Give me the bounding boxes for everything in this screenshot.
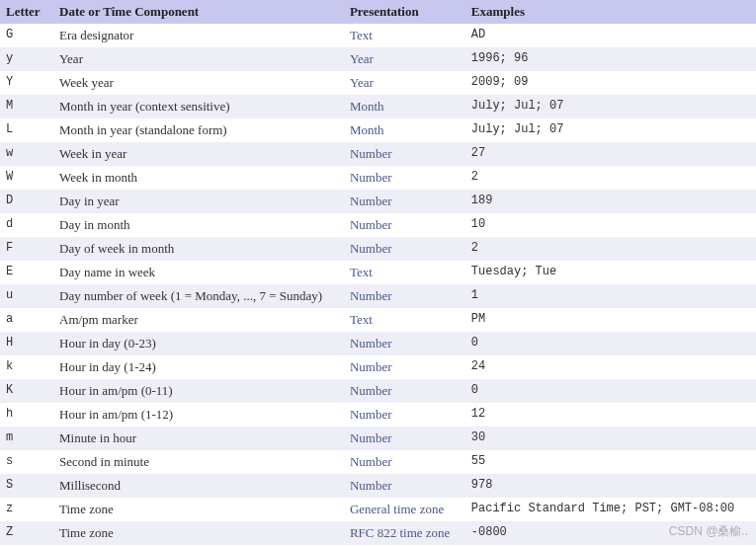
cell-letter: a: [0, 308, 53, 332]
cell-letter: E: [0, 261, 53, 284]
cell-presentation[interactable]: Number: [344, 427, 465, 450]
cell-examples: Pacific Standard Time; PST; GMT-08:00: [465, 498, 756, 521]
presentation-link[interactable]: Month: [350, 99, 384, 114]
table-row: MMonth in year (context sensitive)MonthJ…: [0, 95, 756, 118]
table-row: wWeek in yearNumber27: [0, 142, 756, 166]
cell-examples: 2: [465, 166, 756, 190]
cell-examples: 0: [465, 379, 756, 403]
cell-presentation[interactable]: Number: [344, 237, 465, 261]
cell-component: Time zone: [53, 498, 344, 521]
cell-presentation[interactable]: Year: [344, 71, 465, 95]
cell-letter: K: [0, 379, 53, 403]
cell-component: Hour in day (0-23): [53, 332, 344, 355]
cell-examples: 1996; 96: [465, 47, 756, 71]
cell-component: Month in year (standalone form): [53, 118, 344, 142]
cell-examples: -0800: [465, 521, 756, 545]
cell-component: Millisecond: [53, 474, 344, 498]
date-pattern-table: Letter Date or Time Component Presentati…: [0, 0, 756, 546]
cell-presentation[interactable]: General time zone: [344, 498, 465, 521]
cell-presentation[interactable]: Text: [344, 24, 465, 47]
table-row: sSecond in minuteNumber55: [0, 450, 756, 474]
presentation-link[interactable]: RFC 822 time zone: [350, 525, 450, 540]
table-row: HHour in day (0-23)Number0: [0, 332, 756, 355]
cell-component: Day name in week: [53, 261, 344, 284]
cell-presentation[interactable]: Month: [344, 118, 465, 142]
cell-presentation[interactable]: Number: [344, 213, 465, 237]
presentation-link[interactable]: Number: [350, 336, 392, 351]
presentation-link[interactable]: Number: [350, 217, 392, 232]
cell-examples: July; Jul; 07: [465, 118, 756, 142]
cell-presentation[interactable]: Number: [344, 474, 465, 498]
cell-examples: 2: [465, 237, 756, 261]
cell-presentation[interactable]: Year: [344, 47, 465, 71]
cell-component: Week year: [53, 71, 344, 95]
presentation-link[interactable]: Number: [350, 170, 392, 185]
cell-letter: s: [0, 450, 53, 474]
presentation-link[interactable]: Number: [350, 194, 392, 208]
cell-letter: w: [0, 142, 53, 166]
cell-presentation[interactable]: Number: [344, 142, 465, 166]
table-row: KHour in am/pm (0-11)Number0: [0, 379, 756, 403]
presentation-link[interactable]: Text: [350, 28, 373, 42]
table-row: DDay in yearNumber189: [0, 190, 756, 213]
presentation-link[interactable]: General time zone: [350, 502, 444, 516]
presentation-link[interactable]: Number: [350, 359, 392, 374]
cell-examples: July; Jul; 07: [465, 95, 756, 118]
table-row: mMinute in hourNumber30: [0, 427, 756, 450]
table-row: EDay name in weekTextTuesday; Tue: [0, 261, 756, 284]
presentation-link[interactable]: Text: [350, 265, 373, 279]
table-row: zTime zoneGeneral time zonePacific Stand…: [0, 498, 756, 521]
cell-presentation[interactable]: Number: [344, 403, 465, 427]
presentation-link[interactable]: Number: [350, 430, 392, 445]
cell-examples: 12: [465, 403, 756, 427]
cell-examples: 10: [465, 213, 756, 237]
presentation-link[interactable]: Number: [350, 478, 392, 493]
cell-presentation[interactable]: Text: [344, 308, 465, 332]
presentation-link[interactable]: Year: [350, 75, 374, 90]
cell-component: Day in month: [53, 213, 344, 237]
cell-component: Hour in day (1-24): [53, 355, 344, 379]
cell-component: Hour in am/pm (1-12): [53, 403, 344, 427]
table-row: SMillisecondNumber978: [0, 474, 756, 498]
presentation-link[interactable]: Number: [350, 241, 392, 256]
cell-letter: m: [0, 427, 53, 450]
cell-letter: G: [0, 24, 53, 47]
cell-presentation[interactable]: Number: [344, 166, 465, 190]
cell-letter: k: [0, 355, 53, 379]
cell-component: Week in month: [53, 166, 344, 190]
cell-presentation[interactable]: Month: [344, 95, 465, 118]
table-row: ZTime zoneRFC 822 time zone-0800: [0, 521, 756, 545]
presentation-link[interactable]: Number: [350, 454, 392, 469]
table-row: YWeek yearYear2009; 09: [0, 71, 756, 95]
table-row: dDay in monthNumber10: [0, 213, 756, 237]
table-row: FDay of week in monthNumber2: [0, 237, 756, 261]
presentation-link[interactable]: Number: [350, 288, 392, 303]
header-row: Letter Date or Time Component Presentati…: [0, 0, 756, 24]
presentation-link[interactable]: Number: [350, 146, 392, 161]
cell-examples: Tuesday; Tue: [465, 261, 756, 284]
cell-letter: H: [0, 332, 53, 355]
cell-presentation[interactable]: Number: [344, 332, 465, 355]
presentation-link[interactable]: Text: [350, 312, 373, 327]
presentation-link[interactable]: Number: [350, 407, 392, 422]
cell-presentation[interactable]: Number: [344, 284, 465, 308]
cell-examples: 0: [465, 332, 756, 355]
cell-examples: 27: [465, 142, 756, 166]
presentation-link[interactable]: Year: [350, 51, 374, 66]
cell-presentation[interactable]: Number: [344, 190, 465, 213]
header-component: Date or Time Component: [53, 0, 344, 24]
cell-examples: 2009; 09: [465, 71, 756, 95]
cell-letter: L: [0, 118, 53, 142]
presentation-link[interactable]: Month: [350, 122, 384, 137]
cell-examples: 24: [465, 355, 756, 379]
cell-component: Minute in hour: [53, 427, 344, 450]
presentation-link[interactable]: Number: [350, 383, 392, 398]
table-row: GEra designatorTextAD: [0, 24, 756, 47]
cell-presentation[interactable]: RFC 822 time zone: [344, 521, 465, 545]
cell-presentation[interactable]: Number: [344, 450, 465, 474]
cell-presentation[interactable]: Number: [344, 355, 465, 379]
cell-presentation[interactable]: Text: [344, 261, 465, 284]
cell-component: Am/pm marker: [53, 308, 344, 332]
cell-presentation[interactable]: Number: [344, 379, 465, 403]
cell-examples: 55: [465, 450, 756, 474]
